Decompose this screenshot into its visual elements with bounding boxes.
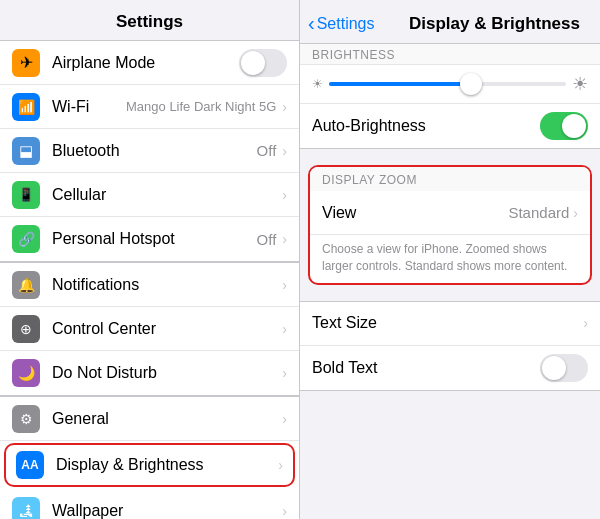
settings-item-control[interactable]: ⊕ Control Center ›	[0, 307, 299, 351]
wifi-icon: 📶	[12, 93, 40, 121]
brightness-low-icon: ☀	[312, 77, 323, 91]
wifi-value: Mango Life Dark Night 5G	[126, 99, 276, 114]
settings-item-bluetooth[interactable]: ⬓ Bluetooth Off ›	[0, 129, 299, 173]
settings-item-notifications[interactable]: 🔔 Notifications ›	[0, 263, 299, 307]
left-panel-title: Settings	[0, 0, 299, 40]
settings-item-dnd[interactable]: 🌙 Do Not Disturb ›	[0, 351, 299, 395]
text-size-chevron: ›	[583, 315, 588, 331]
settings-item-display[interactable]: AA Display & Brightness ›	[4, 443, 295, 487]
bold-text-label: Bold Text	[312, 359, 540, 377]
bluetooth-value: Off	[257, 142, 277, 159]
settings-group-1: ✈ Airplane Mode 📶 Wi-Fi Mango Life Dark …	[0, 40, 299, 262]
control-label: Control Center	[52, 320, 282, 338]
dnd-icon: 🌙	[12, 359, 40, 387]
wifi-chevron: ›	[282, 99, 287, 115]
settings-item-general[interactable]: ⚙ General ›	[0, 397, 299, 441]
hotspot-icon: 🔗	[12, 225, 40, 253]
view-chevron: ›	[573, 205, 578, 221]
back-button[interactable]: ‹ Settings	[308, 12, 374, 35]
settings-item-cellular[interactable]: 📱 Cellular ›	[0, 173, 299, 217]
back-chevron-icon: ‹	[308, 12, 315, 35]
display-zoom-section-header: DISPLAY ZOOM	[310, 167, 590, 191]
brightness-thumb[interactable]	[460, 73, 482, 95]
brightness-group: BRIGHTNESS ☀ ☀ Auto-Brightness	[300, 43, 600, 149]
text-group: Text Size › Bold Text	[300, 301, 600, 391]
cellular-label: Cellular	[52, 186, 282, 204]
right-header: ‹ Settings Display & Brightness	[300, 0, 600, 43]
settings-item-wallpaper[interactable]: 🏞 Wallpaper ›	[0, 489, 299, 519]
view-value: Standard	[508, 204, 569, 221]
back-label: Settings	[317, 15, 375, 33]
display-chevron: ›	[278, 457, 283, 473]
airplane-label: Airplane Mode	[52, 54, 239, 72]
display-icon: AA	[16, 451, 44, 479]
display-label: Display & Brightness	[56, 456, 278, 474]
auto-brightness-toggle[interactable]	[540, 112, 588, 140]
settings-group-2: 🔔 Notifications › ⊕ Control Center › 🌙 D…	[0, 262, 299, 396]
airplane-icon: ✈	[12, 49, 40, 77]
hotspot-label: Personal Hotspot	[52, 230, 257, 248]
brightness-slider[interactable]	[329, 82, 566, 86]
dnd-chevron: ›	[282, 365, 287, 381]
brightness-high-icon: ☀	[572, 73, 588, 95]
control-icon: ⊕	[12, 315, 40, 343]
right-panel: ‹ Settings Display & Brightness BRIGHTNE…	[300, 0, 600, 519]
general-label: General	[52, 410, 282, 428]
auto-brightness-label: Auto-Brightness	[312, 117, 540, 135]
auto-brightness-item[interactable]: Auto-Brightness	[300, 104, 600, 148]
brightness-fill	[329, 82, 471, 86]
wallpaper-icon: 🏞	[12, 497, 40, 520]
view-label: View	[322, 204, 508, 222]
bluetooth-chevron: ›	[282, 143, 287, 159]
brightness-section-header: BRIGHTNESS	[312, 48, 395, 62]
wifi-label: Wi-Fi	[52, 98, 122, 116]
bold-text-toggle[interactable]	[540, 354, 588, 382]
notifications-label: Notifications	[52, 276, 282, 294]
settings-item-airplane[interactable]: ✈ Airplane Mode	[0, 41, 299, 85]
cellular-icon: 📱	[12, 181, 40, 209]
text-size-item[interactable]: Text Size ›	[300, 302, 600, 346]
general-chevron: ›	[282, 411, 287, 427]
notifications-icon: 🔔	[12, 271, 40, 299]
wallpaper-label: Wallpaper	[52, 502, 282, 520]
left-panel: Settings ✈ Airplane Mode 📶 Wi-Fi Mango L…	[0, 0, 300, 519]
hotspot-chevron: ›	[282, 231, 287, 247]
general-icon: ⚙	[12, 405, 40, 433]
settings-group-3: ⚙ General › AA Display & Brightness › 🏞 …	[0, 396, 299, 519]
notifications-chevron: ›	[282, 277, 287, 293]
hotspot-value: Off	[257, 231, 277, 248]
dnd-label: Do Not Disturb	[52, 364, 282, 382]
bold-text-item[interactable]: Bold Text	[300, 346, 600, 390]
cellular-chevron: ›	[282, 187, 287, 203]
view-item[interactable]: View Standard ›	[310, 191, 590, 235]
control-chevron: ›	[282, 321, 287, 337]
text-size-label: Text Size	[312, 314, 583, 332]
right-panel-title: Display & Brightness	[409, 14, 580, 34]
bluetooth-icon: ⬓	[12, 137, 40, 165]
zoom-description: Choose a view for iPhone. Zoomed shows l…	[310, 235, 590, 283]
airplane-toggle[interactable]	[239, 49, 287, 77]
settings-item-wifi[interactable]: 📶 Wi-Fi Mango Life Dark Night 5G ›	[0, 85, 299, 129]
settings-item-hotspot[interactable]: 🔗 Personal Hotspot Off ›	[0, 217, 299, 261]
bluetooth-label: Bluetooth	[52, 142, 257, 160]
wallpaper-chevron: ›	[282, 503, 287, 519]
brightness-slider-row: ☀ ☀	[300, 65, 600, 104]
display-zoom-box: DISPLAY ZOOM View Standard › Choose a vi…	[308, 165, 592, 285]
